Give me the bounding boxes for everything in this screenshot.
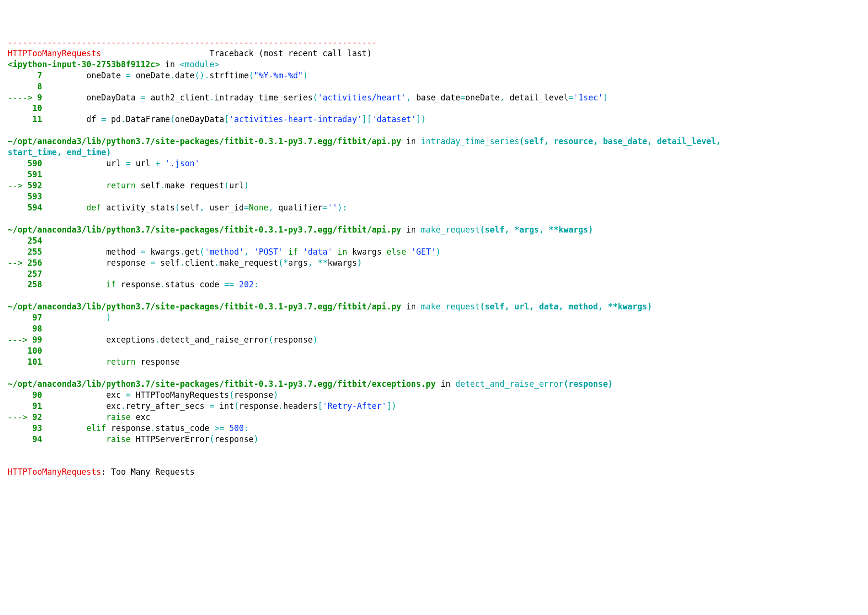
traceback-line: 101 return response xyxy=(8,357,180,367)
traceback-line: 7 oneDate = oneDate.date().strftime("%Y-… xyxy=(8,71,308,80)
traceback-line: 591 xyxy=(8,170,47,179)
traceback-line: 98 xyxy=(8,324,47,333)
traceback-heading: Traceback (most recent call last) xyxy=(210,49,372,58)
frame-location: ~/opt/anaconda3/lib/python3.7/site-packa… xyxy=(8,379,613,389)
traceback-line-current: --> 592 return self.make_request(url) xyxy=(8,181,249,190)
traceback-line: 593 xyxy=(8,192,47,201)
traceback-line: 90 exc = HTTPTooManyRequests(response) xyxy=(8,390,278,400)
traceback-line: 8 xyxy=(8,82,47,91)
traceback-line: 590 url = url + '.json' xyxy=(8,159,199,168)
traceback-line: 97 ) xyxy=(8,313,111,322)
traceback-line: 93 elif response.status_code >= 500: xyxy=(8,423,249,433)
arrow-indicator: ----> xyxy=(8,93,37,102)
traceback-line: 254 xyxy=(8,236,47,246)
arrow-indicator: --> xyxy=(8,181,27,190)
traceback-line: 258 if response.status_code == 202: xyxy=(8,280,259,289)
traceback-line: 594 def activity_stats(self, user_id=Non… xyxy=(8,203,347,212)
traceback-line-current: ---> 92 raise exc xyxy=(8,412,150,422)
traceback-line: 11 df = pd.DataFrame(oneDayData['activit… xyxy=(8,114,426,124)
frame-location: ~/opt/anaconda3/lib/python3.7/site-packa… xyxy=(8,225,593,234)
traceback-output: ----------------------------------------… xyxy=(8,37,777,478)
arrow-indicator: ---> xyxy=(8,335,32,344)
frame-location: ~/opt/anaconda3/lib/python3.7/site-packa… xyxy=(8,302,652,311)
arrow-indicator: ---> xyxy=(8,412,32,422)
frame-location: ~/opt/anaconda3/lib/python3.7/site-packa… xyxy=(8,136,726,157)
traceback-line: 257 xyxy=(8,269,47,279)
traceback-line: 10 xyxy=(8,103,47,113)
traceback-line-current: ----> 9 oneDayData = auth2_client.intrad… xyxy=(8,93,608,102)
traceback-line: 100 xyxy=(8,346,47,356)
traceback-line: 94 raise HTTPServerError(response) xyxy=(8,434,259,444)
separator-line: ----------------------------------------… xyxy=(8,37,377,47)
final-message: Too Many Requests xyxy=(111,467,195,477)
exception-name: HTTPTooManyRequests xyxy=(8,49,101,58)
final-exception-name: HTTPTooManyRequests xyxy=(8,467,101,477)
frame-location: <ipython-input-30-2753b8f9112c> in <modu… xyxy=(8,60,219,69)
final-sep: : xyxy=(101,467,111,477)
traceback-line-current: --> 256 response = self.client.make_requ… xyxy=(8,258,362,268)
arrow-indicator: --> xyxy=(8,258,27,268)
traceback-line: 255 method = kwargs.get('method', 'POST'… xyxy=(8,247,441,257)
traceback-frames: <ipython-input-30-2753b8f9112c> in <modu… xyxy=(8,60,726,444)
traceback-line-current: ---> 99 exceptions.detect_and_raise_erro… xyxy=(8,335,318,344)
traceback-line: 91 exc.retry_after_secs = int(response.h… xyxy=(8,401,397,411)
traceback-label xyxy=(101,49,209,58)
